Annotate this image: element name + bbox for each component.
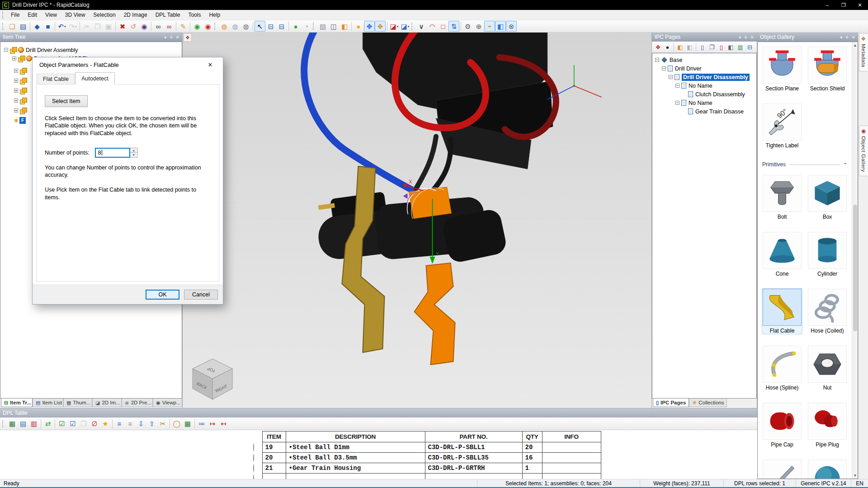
dpl-cell[interactable]: 16	[522, 453, 542, 463]
dropdown-caret-icon[interactable]: ▾	[397, 25, 399, 28]
verify-doc-icon[interactable]: ☑	[57, 418, 67, 429]
undo-icon[interactable]: ↶▾	[57, 21, 67, 32]
indent-row-icon[interactable]: ↦	[207, 418, 218, 429]
dpl-cell[interactable]	[425, 474, 522, 479]
toolbar-grip[interactable]	[214, 23, 217, 30]
hide-row-icon[interactable]: ∅	[89, 418, 100, 429]
gallery-item-sphere[interactable]	[807, 460, 847, 479]
minimize-button[interactable]: –	[819, 0, 835, 10]
cube-gray-icon[interactable]: ◧	[685, 42, 694, 52]
tab-item-tr-[interactable]: ⊟Item Tr...	[1, 399, 33, 407]
align-top-icon[interactable]: ≡	[114, 418, 125, 429]
cancel-button[interactable]: Cancel	[184, 290, 218, 300]
toolbar-grip[interactable]	[313, 23, 316, 30]
tab-flat-cable[interactable]: Flat Cable	[37, 74, 75, 84]
tree-item[interactable]: ✱F	[14, 116, 26, 125]
dpl-table-row[interactable]: 19•Steel Ball D1mmC3D-DRL-P-SBLL120	[253, 442, 601, 453]
menu-chevron-icon[interactable]: ▾	[164, 35, 166, 40]
scroll-down-icon[interactable]: ▼	[852, 472, 858, 479]
close-button[interactable]: ✕	[852, 0, 868, 10]
dome-shade-icon[interactable]: ◓	[484, 21, 495, 32]
collapse-icon[interactable]: −	[655, 58, 659, 62]
dpl-cell[interactable]: 20	[262, 453, 286, 463]
dpl-cell[interactable]: 19	[262, 442, 286, 453]
collapse-icon[interactable]: −	[669, 75, 673, 79]
cube-orange-icon[interactable]: ◧	[675, 42, 685, 52]
spinner-down-icon[interactable]: ▼	[130, 152, 137, 157]
dropdown-caret-icon[interactable]: ▾	[64, 25, 66, 28]
wire-globe-icon[interactable]: ⊕	[473, 21, 484, 32]
check-table-icon[interactable]: ▦	[182, 418, 193, 429]
menu-tools[interactable]: Tools	[184, 10, 205, 19]
collapse-icon[interactable]: −	[662, 66, 666, 70]
show-hidden-eye-icon[interactable]: ◉	[139, 21, 150, 32]
menu-help[interactable]: Help	[205, 10, 224, 19]
page-tree-icon[interactable]: ⊟	[745, 42, 755, 52]
neighbors-dark-icon[interactable]: ◍	[241, 21, 251, 32]
expand-icon[interactable]: +	[12, 56, 16, 61]
dialog-title-bar[interactable]: Object Parameters - FlatCable ✕	[33, 57, 223, 72]
collapse-icon[interactable]: −	[675, 101, 679, 105]
markup-tool-icon[interactable]: ◪▾	[389, 21, 400, 32]
gallery-item-bolt[interactable]: Bolt	[762, 175, 802, 220]
ipc-tree-item[interactable]: −Drill Driver	[652, 64, 756, 73]
neighbors-orange-icon[interactable]: ◍	[219, 21, 230, 32]
dpl-table[interactable]: ITEMDESCRIPTIONPART NO.QTYINFO19•Steel B…	[253, 431, 601, 479]
new-table-icon[interactable]: ▦	[7, 418, 18, 429]
gallery-scrollbar[interactable]: ▲ ▼	[852, 42, 858, 479]
spinner-up-icon[interactable]: ▲	[130, 148, 137, 153]
dpl-cell[interactable]: C3D-DRL-P-GRTRH	[425, 463, 522, 474]
dpl-cell[interactable]: •Steel Ball D1mm	[286, 442, 425, 453]
gallery-item-box[interactable]: Box	[807, 175, 847, 220]
expand-icon[interactable]: +	[14, 99, 18, 103]
expand-icon[interactable]: +	[14, 69, 18, 73]
menu-file[interactable]: File	[7, 10, 24, 19]
gallery-item-section-plane[interactable]: Section Plane	[762, 47, 802, 92]
ipc-pages-tree[interactable]: −Base−Drill Driver−Drill Driver Disassem…	[652, 53, 757, 399]
tree-item[interactable]: +	[14, 106, 28, 115]
dpl-cell[interactable]: 21	[262, 463, 286, 474]
dpl-column-header[interactable]: ITEM	[262, 432, 286, 442]
menu-dpl-table[interactable]: DPL Table	[151, 10, 184, 19]
object-gallery-caption[interactable]: Object Gallery ▾✛✕	[757, 33, 858, 42]
dpl-cell[interactable]	[542, 442, 601, 453]
tree-item[interactable]: +	[14, 66, 28, 75]
menu-chevron-icon[interactable]: ▾	[739, 35, 741, 40]
paste-icon[interactable]: ▣	[103, 21, 114, 32]
redo-icon[interactable]: ↷▾	[67, 21, 78, 32]
tree-item[interactable]: +	[14, 96, 28, 105]
gallery-item-pipe-plug[interactable]: Pipe Plug	[807, 403, 847, 448]
search-table-icon[interactable]: ◯	[171, 418, 182, 429]
dpl-cell[interactable]	[522, 474, 542, 479]
collapse-icon[interactable]: −	[4, 48, 8, 52]
page-book-icon[interactable]: ▥	[736, 42, 745, 52]
tree-item[interactable]: +	[14, 76, 28, 85]
dock-tab-metadata[interactable]: ❖Metadata	[859, 33, 868, 71]
select-pointer-icon[interactable]: ↖	[255, 21, 265, 32]
dpl-cell[interactable]: C3D-DRL-P-SBLL1	[425, 442, 522, 453]
row-bullet-icon[interactable]	[253, 454, 254, 462]
dpl-column-header[interactable]: INFO	[542, 432, 601, 442]
dropdown-caret-icon[interactable]: ▾	[75, 25, 77, 28]
tab-item-list[interactable]: ▤Item List	[33, 399, 63, 407]
cube-hidden-icon[interactable]: ▧	[317, 21, 328, 32]
gallery-item-flat-cable[interactable]: Flat Cable	[762, 289, 802, 334]
renumber-list-icon[interactable]: ≔	[196, 418, 207, 429]
dpl-cell[interactable]: 20	[522, 442, 542, 453]
gallery-item-tighten-label[interactable]: 90°Tighten Label	[762, 103, 802, 149]
ipc-tree-item[interactable]: −No Name	[652, 99, 756, 107]
sort-up-icon[interactable]: ⇧	[146, 418, 157, 429]
menu-2d-image[interactable]: 2D Image	[120, 10, 151, 19]
selected-flatcable-item[interactable]: F	[19, 117, 26, 124]
publish-icon[interactable]: ◆	[32, 21, 42, 32]
close-icon[interactable]: ✕	[852, 35, 855, 40]
new-page-icon[interactable]: ▯	[698, 42, 707, 52]
collapse-group-icon[interactable]: ⌃	[844, 162, 847, 167]
expand-icon[interactable]: +	[14, 89, 18, 93]
gallery-item-section-shield[interactable]: Section Shield	[807, 47, 847, 92]
dpl-cell[interactable]	[542, 463, 601, 474]
row-bullet-icon[interactable]	[253, 474, 254, 479]
tree-item[interactable]: +	[14, 86, 28, 95]
open-icon[interactable]: ❏	[7, 21, 18, 32]
cut-icon[interactable]: ✂	[81, 21, 92, 32]
